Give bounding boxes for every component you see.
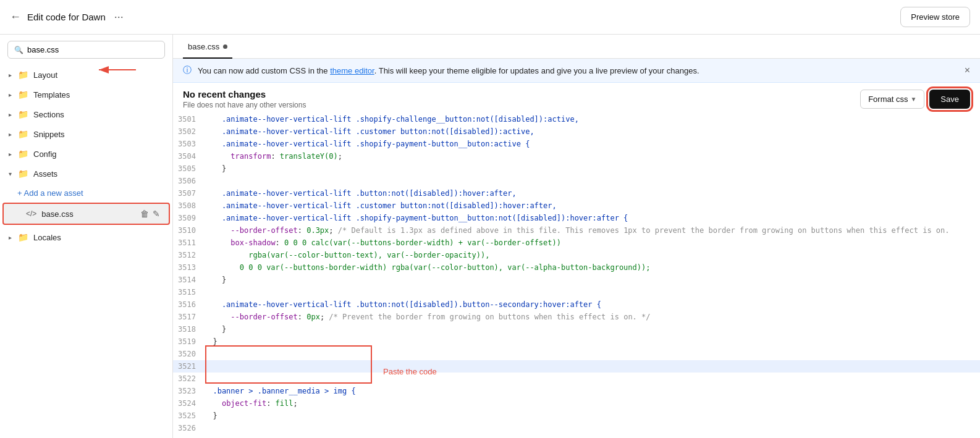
save-button[interactable]: Save [929,90,970,109]
code-line: 3518 } [173,323,980,335]
content-area: base.css ⓘ You can now add custom CSS in… [173,35,980,438]
code-line: 3512 rgba(var(--color-button-text), var(… [173,249,980,261]
code-line: 3506 [173,175,980,187]
code-line: 3514 } [173,274,980,286]
header-left: ← Edit code for Dawn ··· [10,11,124,23]
sidebar-item-label: Snippets [33,130,164,139]
preview-store-button[interactable]: Preview store [900,7,970,27]
tab-label: base.css [188,42,219,51]
code-line-3525: 3525 } [173,410,980,422]
chevron-right-icon: ▸ [9,111,12,118]
code-line: 3510 --border-offset: 0.3px; /* Default … [173,224,980,237]
folder-icon: 📁 [18,232,28,242]
sidebar: 🔍 ▸ 📁 Layout ▸ 📁 Templates ▸ 📁 Sections … [0,35,173,438]
tabs-bar: base.css [173,35,980,59]
theme-editor-link[interactable]: theme editor [330,66,374,75]
search-box[interactable]: 🔍 [7,41,165,59]
code-line: 3507 .animate--hover-vertical-lift .butt… [173,187,980,200]
code-line: 3505 } [173,162,980,175]
sidebar-item-label: Templates [33,90,164,99]
code-line: 3509 .animate--hover-vertical-lift .shop… [173,212,980,224]
search-icon: 🔍 [14,46,23,54]
editor-content: base.css ⓘ You can now add custom CSS in… [173,35,980,438]
code-line: 3520 [173,348,980,360]
chevron-right-icon: ▸ [9,131,12,138]
code-line-3523: 3523 .banner > .banner__media > img { [173,385,980,397]
code-line: 3522 [173,373,980,385]
chevron-down-icon: ▾ [9,171,12,177]
info-icon: ⓘ [183,65,192,76]
code-editor[interactable]: 3501 .animate--hover-vertical-lift .shop… [173,113,980,438]
sidebar-item-label: Sections [33,110,164,119]
sidebar-file-label: base.css [41,209,135,219]
code-line: 3519 } [173,335,980,348]
header: ← Edit code for Dawn ··· Preview store [0,0,980,35]
sidebar-item-layout[interactable]: ▸ 📁 Layout [0,65,172,85]
delete-icon[interactable]: 🗑 [140,209,149,219]
dropdown-caret-icon: ▼ [910,96,916,103]
sidebar-item-base-css[interactable]: </> base.css 🗑 ✎ [2,203,170,225]
sidebar-item-snippets[interactable]: ▸ 📁 Snippets [0,124,172,144]
page-title: Edit code for Dawn [27,12,106,22]
folder-icon: 📁 [18,90,28,99]
chevron-right-icon: ▸ [9,151,12,158]
code-line: 3504 transform: translateY(0); [173,150,980,162]
folder-icon: 📁 [18,109,28,119]
chevron-right-icon: ▸ [9,234,12,241]
info-text: You can now add custom CSS in the theme … [198,66,699,75]
code-line: 3526 [173,422,980,434]
sidebar-item-assets[interactable]: ▾ 📁 Assets [0,164,172,183]
format-css-button[interactable]: Format css ▼ [860,90,924,109]
info-banner: ⓘ You can now add custom CSS in the them… [173,59,980,83]
more-menu-icon[interactable]: ··· [114,11,124,23]
modified-dot [223,44,227,49]
folder-icon: 📁 [18,70,28,80]
code-line: 3511 box-shadow: 0 0 0 calc(var(--button… [173,237,980,249]
sidebar-item-templates[interactable]: ▸ 📁 Templates [0,85,172,104]
toolbar-left: No recent changes File does not have any… [183,89,306,109]
code-line: 3502 .animate--hover-vertical-lift .cust… [173,125,980,138]
chevron-right-icon: ▸ [9,91,12,98]
rename-icon[interactable]: ✎ [153,209,160,219]
back-icon[interactable]: ← [10,11,21,23]
toolbar-right: Format css ▼ Save [860,90,970,109]
sidebar-item-label: Layout [33,70,164,80]
sidebar-item-locales[interactable]: ▸ 📁 Locales [0,227,172,247]
close-banner-button[interactable]: × [965,65,970,76]
code-line: 3501 .animate--hover-vertical-lift .shop… [173,113,980,125]
code-line-3524: 3524 object-fit: fill; [173,397,980,410]
file-actions: 🗑 ✎ [140,209,160,219]
no-changes-title: No recent changes [183,89,306,99]
sidebar-item-config[interactable]: ▸ 📁 Config [0,144,172,164]
sidebar-item-sections[interactable]: ▸ 📁 Sections [0,104,172,124]
main-layout: 🔍 ▸ 📁 Layout ▸ 📁 Templates ▸ 📁 Sections … [0,35,980,438]
code-line: 3513 0 0 0 var(--buttons-border-width) r… [173,261,980,274]
sidebar-item-label: Locales [33,233,164,242]
code-line: 3508 .animate--hover-vertical-lift .cust… [173,200,980,212]
no-changes-subtitle: File does not have any other versions [183,101,306,109]
code-toolbar: No recent changes File does not have any… [173,83,980,113]
code-line: 3516 .animate--hover-vertical-lift .butt… [173,298,980,311]
file-icon: </> [26,209,36,218]
folder-icon: 📁 [18,129,28,139]
sidebar-item-label: Assets [33,169,164,179]
chevron-right-icon: ▸ [9,72,12,78]
search-input[interactable] [27,45,158,54]
folder-icon: 📁 [18,169,28,179]
sidebar-item-label: Config [33,150,164,159]
code-line-cursor: 3521 [173,360,980,373]
code-line: 3517 --border-offset: 0px; /* Prevent th… [173,311,980,323]
tab-base-css[interactable]: base.css [183,35,232,59]
add-asset-link[interactable]: + Add a new asset [0,183,172,203]
folder-icon: 📁 [18,149,28,159]
code-line: 3503 .animate--hover-vertical-lift .shop… [173,138,980,150]
code-line: 3515 [173,286,980,298]
